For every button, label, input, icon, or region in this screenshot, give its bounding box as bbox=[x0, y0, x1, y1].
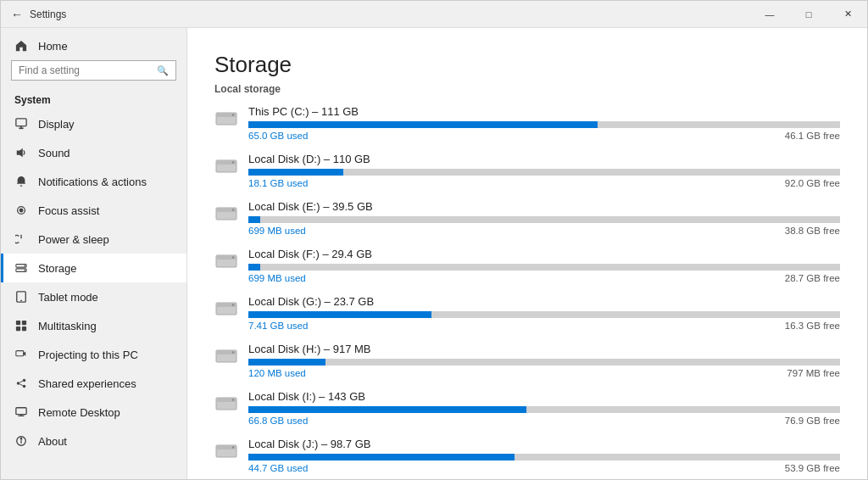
sidebar-item-label: Remote Desktop bbox=[38, 406, 120, 419]
sidebar-item-label: Tablet mode bbox=[38, 291, 98, 304]
disk-bar bbox=[248, 359, 840, 366]
close-button[interactable]: ✕ bbox=[828, 1, 867, 28]
projecting-icon bbox=[14, 348, 28, 361]
svg-line-21 bbox=[19, 381, 23, 382]
disk-used: 66.8 GB used bbox=[248, 416, 308, 426]
list-item[interactable]: Local Disk (H:) – 917 MB 120 MB used 797… bbox=[214, 343, 840, 378]
sidebar-item-label: Focus assist bbox=[38, 204, 99, 217]
svg-rect-1 bbox=[19, 127, 23, 129]
disk-info: Local Disk (I:) – 143 GB 66.8 GB used 76… bbox=[248, 390, 840, 426]
svg-rect-13 bbox=[16, 321, 20, 325]
list-item[interactable]: Local Disk (F:) – 29.4 GB 699 MB used 28… bbox=[214, 248, 840, 283]
back-icon: ← bbox=[11, 8, 23, 21]
maximize-button[interactable]: □ bbox=[789, 1, 828, 28]
search-input[interactable] bbox=[19, 64, 157, 76]
sidebar-item-remote-desktop[interactable]: Remote Desktop bbox=[1, 398, 186, 427]
disk-bar bbox=[248, 169, 840, 176]
power-icon bbox=[14, 232, 28, 246]
disk-name: Local Disk (D:) – 110 GB bbox=[248, 153, 840, 165]
disk-icon bbox=[214, 107, 238, 131]
sidebar-item-label: Display bbox=[38, 118, 75, 131]
disk-icon bbox=[214, 154, 238, 178]
disk-free: 797 MB free bbox=[787, 368, 840, 378]
disk-free: 92.0 GB free bbox=[785, 178, 840, 188]
sidebar-item-sound[interactable]: Sound bbox=[1, 138, 186, 167]
disk-bar-fill bbox=[248, 454, 515, 460]
disk-used: 44.7 GB used bbox=[248, 463, 308, 473]
disk-info: Local Disk (D:) – 110 GB 18.1 GB used 92… bbox=[248, 153, 840, 188]
sidebar-item-tablet-mode[interactable]: Tablet mode bbox=[1, 282, 186, 311]
search-box[interactable]: 🔍 bbox=[11, 60, 176, 81]
list-item[interactable]: Local Disk (G:) – 23.7 GB 7.41 GB used 1… bbox=[214, 295, 840, 331]
disk-info: Local Disk (H:) – 917 MB 120 MB used 797… bbox=[248, 343, 840, 378]
disk-free: 46.1 GB free bbox=[785, 131, 840, 141]
sidebar-item-storage[interactable]: Storage bbox=[1, 254, 186, 282]
sidebar-item-label: Shared experiences bbox=[38, 377, 136, 390]
tablet-icon bbox=[14, 290, 28, 304]
disk-bar-fill bbox=[248, 406, 526, 413]
disk-name: Local Disk (G:) – 23.7 GB bbox=[248, 295, 840, 308]
disk-info: Local Disk (G:) – 23.7 GB 7.41 GB used 1… bbox=[248, 295, 840, 331]
sidebar-item-focus-assist[interactable]: Focus assist bbox=[1, 196, 186, 225]
sidebar-item-multitasking[interactable]: Multitasking bbox=[1, 311, 186, 340]
disk-bar bbox=[248, 264, 840, 271]
disk-used: 699 MB used bbox=[248, 226, 306, 236]
sidebar-item-notifications[interactable]: Notifications & actions bbox=[1, 167, 186, 196]
sidebar-item-home[interactable]: Home bbox=[1, 31, 186, 60]
disk-bar bbox=[248, 454, 840, 460]
disk-name: Local Disk (E:) – 39.5 GB bbox=[248, 200, 840, 213]
sidebar-item-projecting[interactable]: Projecting to this PC bbox=[1, 340, 186, 369]
sidebar-item-label: About bbox=[38, 435, 67, 448]
disk-info: Local Disk (E:) – 39.5 GB 699 MB used 38… bbox=[248, 200, 840, 236]
svg-point-18 bbox=[17, 382, 20, 385]
list-item[interactable]: Local Disk (E:) – 39.5 GB 699 MB used 38… bbox=[214, 200, 840, 236]
list-item[interactable]: Local Disk (D:) – 110 GB 18.1 GB used 92… bbox=[214, 153, 840, 188]
disk-icon bbox=[214, 297, 238, 321]
disk-used: 120 MB used bbox=[248, 368, 306, 378]
sidebar-item-display[interactable]: Display bbox=[1, 109, 186, 138]
sidebar-item-power-sleep[interactable]: Power & sleep bbox=[1, 225, 186, 254]
sidebar-item-shared-experiences[interactable]: Shared experiences bbox=[1, 369, 186, 398]
back-button[interactable]: ← bbox=[11, 8, 23, 21]
list-item[interactable]: Local Disk (I:) – 143 GB 66.8 GB used 76… bbox=[214, 390, 840, 426]
svg-marker-3 bbox=[17, 148, 23, 158]
list-item[interactable]: This PC (C:) – 111 GB 65.0 GB used 46.1 … bbox=[214, 105, 840, 141]
titlebar-controls: — □ ✕ bbox=[750, 1, 867, 28]
list-item[interactable]: Local Disk (J:) – 98.7 GB 44.7 GB used 5… bbox=[214, 438, 840, 473]
svg-point-20 bbox=[23, 385, 26, 388]
minimize-button[interactable]: — bbox=[750, 1, 789, 28]
disk-used: 699 MB used bbox=[248, 273, 306, 283]
disk-free: 38.8 GB free bbox=[785, 226, 840, 236]
svg-rect-2 bbox=[20, 126, 22, 128]
disk-stats: 699 MB used 28.7 GB free bbox=[248, 273, 840, 283]
svg-rect-15 bbox=[16, 327, 20, 331]
svg-point-52 bbox=[232, 446, 234, 448]
svg-point-34 bbox=[232, 161, 234, 163]
disk-used: 18.1 GB used bbox=[248, 178, 308, 188]
svg-point-31 bbox=[232, 114, 234, 115]
disk-bar bbox=[248, 406, 840, 413]
focus-icon bbox=[14, 204, 28, 217]
svg-point-43 bbox=[232, 304, 234, 305]
disk-used: 7.41 GB used bbox=[248, 321, 308, 331]
svg-rect-16 bbox=[22, 327, 26, 331]
disk-stats: 18.1 GB used 92.0 GB free bbox=[248, 178, 840, 188]
page-title: Storage bbox=[214, 52, 840, 78]
svg-rect-17 bbox=[16, 351, 24, 356]
disk-bar bbox=[248, 216, 840, 223]
disk-icon bbox=[214, 249, 238, 273]
disk-name: Local Disk (J:) – 98.7 GB bbox=[248, 438, 840, 450]
disk-bar bbox=[248, 121, 840, 128]
disk-bar-fill bbox=[248, 359, 326, 366]
disk-list: This PC (C:) – 111 GB 65.0 GB used 46.1 … bbox=[214, 105, 840, 479]
disk-bar-fill bbox=[248, 121, 598, 128]
titlebar-title: Settings bbox=[30, 8, 66, 20]
main-content: Storage Local storage This PC (C:) – 111… bbox=[187, 28, 867, 479]
sidebar-item-about[interactable]: About bbox=[1, 427, 186, 455]
disk-info: Local Disk (J:) – 98.7 GB 44.7 GB used 5… bbox=[248, 438, 840, 473]
svg-rect-0 bbox=[16, 119, 26, 126]
disk-bar-fill bbox=[248, 264, 260, 271]
local-storage-header: Local storage bbox=[214, 83, 840, 95]
sidebar-item-label: Notifications & actions bbox=[38, 176, 147, 188]
disk-free: 28.7 GB free bbox=[785, 273, 840, 283]
